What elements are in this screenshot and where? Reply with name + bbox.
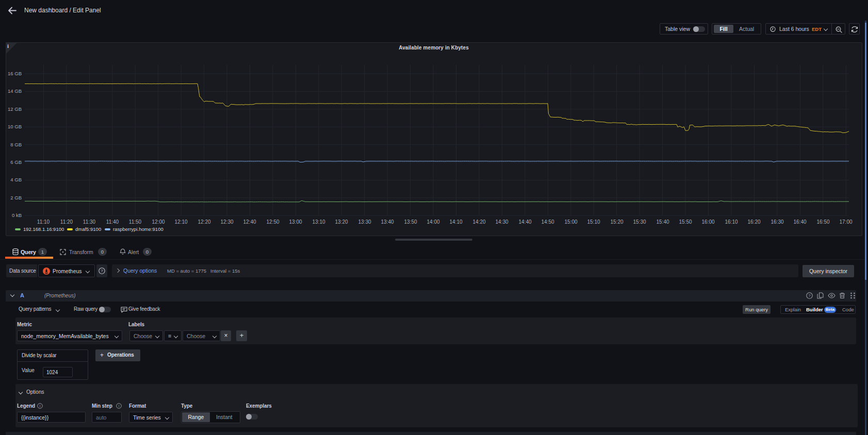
svg-text:i: i [119,404,120,408]
svg-text:?: ? [101,269,103,273]
svg-text:i: i [40,404,41,408]
svg-text:?: ? [808,293,811,298]
